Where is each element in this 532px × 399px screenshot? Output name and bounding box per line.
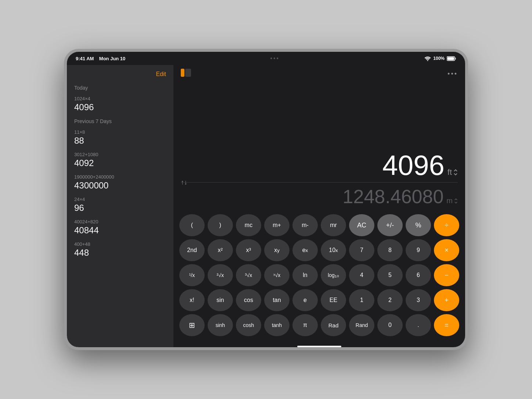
key-rand[interactable]: Rand	[349, 314, 374, 336]
key-rad[interactable]: Rad	[321, 314, 346, 336]
key-tan[interactable]: tan	[264, 289, 290, 311]
sort-icon: ↑↓	[181, 179, 187, 186]
calc-keypad: ( ) mc m+ m- mr AC +/- % ÷ 2nd x² x³ xy	[173, 211, 465, 344]
key-2[interactable]: 2	[377, 289, 403, 311]
svg-point-0	[427, 60, 428, 61]
key-e[interactable]: e	[292, 289, 318, 311]
unit-chevron-icon	[453, 169, 458, 176]
key-cos[interactable]: cos	[236, 289, 261, 311]
key-ee[interactable]: EE	[321, 289, 346, 311]
svg-rect-2	[455, 58, 456, 60]
history-result: 40844	[74, 225, 166, 236]
key-mc[interactable]: mc	[236, 214, 261, 236]
key-row-2: 2nd x² x³ xy ex 10x 7 8 9 ×	[179, 239, 459, 261]
key-m-minus[interactable]: m-	[292, 214, 318, 236]
key-1[interactable]: 1	[349, 289, 374, 311]
calculator-main: ••• 4096 ft ↑↓	[173, 65, 465, 347]
key-close-paren[interactable]: )	[208, 214, 233, 236]
primary-display: 4096 ft	[382, 151, 458, 179]
key-sqrt3[interactable]: ³√x	[236, 264, 261, 286]
key-plus-minus[interactable]: +/-	[377, 214, 403, 236]
history-expression: 40024+820	[74, 219, 166, 224]
key-0[interactable]: 0	[377, 314, 403, 336]
previous-days-section-label: Previous 7 Days	[67, 115, 173, 126]
key-grid[interactable]: ⊞	[179, 314, 205, 336]
key-x-squared[interactable]: x²	[208, 239, 233, 261]
display-divider: ↑↓	[181, 182, 458, 183]
sidebar-toggle-button[interactable]	[181, 69, 191, 79]
key-subtract[interactable]: −	[434, 264, 459, 286]
key-sinh[interactable]: sinh	[208, 314, 233, 336]
key-add[interactable]: +	[434, 289, 459, 311]
history-expression: 1024×4	[74, 96, 166, 101]
list-item[interactable]: 1024×4 4096	[67, 93, 173, 115]
key-ln[interactable]: ln	[292, 264, 318, 286]
key-percent[interactable]: %	[406, 214, 431, 236]
svg-rect-5	[185, 69, 191, 77]
home-indicator	[297, 346, 341, 347]
history-result: 4096	[74, 102, 166, 112]
key-9[interactable]: 9	[406, 239, 431, 261]
key-decimal[interactable]: .	[406, 314, 431, 336]
list-item[interactable]: 3012+1080 4092	[67, 149, 173, 171]
key-5[interactable]: 5	[377, 264, 403, 286]
history-result: 4092	[74, 158, 166, 168]
secondary-value: 1248.46080	[343, 186, 444, 208]
key-8[interactable]: 8	[377, 239, 403, 261]
key-sqrt2[interactable]: ²√x	[208, 264, 233, 286]
history-expression: 24×4	[74, 197, 166, 202]
key-equals[interactable]: =	[434, 314, 459, 336]
history-result: 96	[74, 203, 166, 213]
key-10-x[interactable]: 10x	[321, 239, 346, 261]
key-log10[interactable]: log₁₀	[321, 264, 346, 286]
key-3[interactable]: 3	[406, 289, 431, 311]
list-item[interactable]: 24×4 96	[67, 194, 173, 216]
key-inverse[interactable]: ¹/x	[179, 264, 205, 286]
key-divide[interactable]: ÷	[434, 214, 459, 236]
key-sqrty[interactable]: ʸ√x	[264, 264, 290, 286]
key-multiply[interactable]: ×	[434, 239, 459, 261]
key-m-plus[interactable]: m+	[264, 214, 290, 236]
history-expression: 400+48	[74, 241, 166, 247]
key-x-cubed[interactable]: x³	[236, 239, 261, 261]
list-item[interactable]: 1900000+2400000 4300000	[67, 171, 173, 194]
wifi-icon	[424, 56, 431, 61]
key-ac[interactable]: AC	[349, 214, 374, 236]
today-section-label: Today	[67, 82, 173, 93]
key-x-y[interactable]: xy	[264, 239, 290, 261]
calc-display: 4096 ft ↑↓ 1248.46080	[173, 83, 465, 211]
list-item[interactable]: 40024+820 40844	[67, 216, 173, 238]
status-indicators: 100%	[424, 56, 456, 61]
calc-toolbar: •••	[173, 65, 465, 83]
list-item[interactable]: 400+48 448	[67, 238, 173, 261]
secondary-unit-chevron-icon	[454, 198, 458, 204]
history-sidebar: Edit Today 1024×4 4096 Previous 7 Days 1…	[67, 65, 173, 347]
key-factorial[interactable]: x!	[179, 289, 205, 311]
primary-value: 4096	[382, 151, 445, 179]
history-result: 4300000	[74, 180, 166, 191]
edit-button[interactable]: Edit	[156, 71, 166, 78]
history-expression: 11×8	[74, 129, 166, 135]
key-4[interactable]: 4	[349, 264, 374, 286]
key-cosh[interactable]: cosh	[236, 314, 261, 336]
list-item[interactable]: 11×8 88	[67, 126, 173, 149]
app-container: Edit Today 1024×4 4096 Previous 7 Days 1…	[67, 65, 465, 347]
svg-rect-3	[447, 57, 454, 60]
primary-unit[interactable]: ft	[447, 168, 458, 177]
more-options-button[interactable]: •••	[447, 70, 458, 78]
status-bar: 9:41 AM Mon Jun 10 ••• 100%	[67, 52, 465, 65]
key-6[interactable]: 6	[406, 264, 431, 286]
key-pi[interactable]: π	[292, 314, 318, 336]
key-row-1: ( ) mc m+ m- mr AC +/- % ÷	[179, 214, 459, 236]
key-tanh[interactable]: tanh	[264, 314, 290, 336]
status-time: 9:41 AM Mon Jun 10	[76, 56, 125, 61]
key-2nd[interactable]: 2nd	[179, 239, 205, 261]
secondary-unit[interactable]: m	[446, 197, 458, 205]
history-expression: 1900000+2400000	[74, 174, 166, 180]
key-sin[interactable]: sin	[208, 289, 233, 311]
key-mr[interactable]: mr	[321, 214, 346, 236]
status-dots: •••	[270, 55, 280, 62]
key-open-paren[interactable]: (	[179, 214, 205, 236]
key-e-x[interactable]: ex	[292, 239, 318, 261]
key-7[interactable]: 7	[349, 239, 374, 261]
